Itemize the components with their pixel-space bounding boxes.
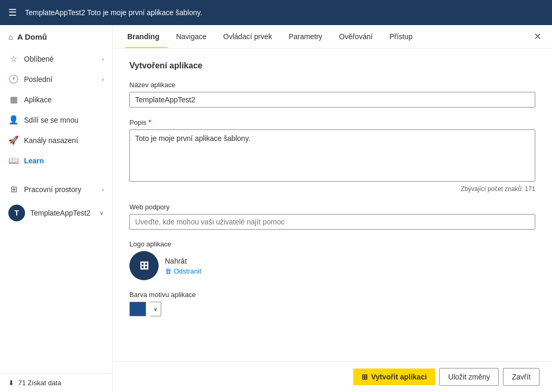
sidebar-recent-label: Poslední: [24, 75, 52, 84]
recent-icon: 🕐: [8, 74, 19, 84]
sidebar-app-item[interactable]: T TemplateAppTest2 ∨: [0, 199, 112, 227]
logo-preview: ⊞: [129, 251, 159, 280]
channels-icon: 🚀: [8, 135, 19, 145]
create-app-button[interactable]: ⊞ Vytvořit aplikaci: [353, 369, 435, 385]
sidebar-item-apps[interactable]: ▦ Aplikace: [0, 89, 112, 110]
create-icon: ⊞: [362, 373, 368, 381]
content-area: Branding Navigace Ovládací prvek Paramet…: [113, 25, 552, 392]
description-field-group: Popis * Toto je moje první aplikace šabl…: [129, 118, 535, 193]
color-label: Barva motivu aplikace: [129, 291, 535, 299]
sidebar-item-channels[interactable]: 🚀 Kanály nasazení: [0, 130, 112, 150]
home-icon: ⌂: [8, 32, 13, 41]
app-name-field-group: Název aplikace: [129, 81, 535, 108]
tab-branding[interactable]: Branding: [125, 25, 167, 48]
support-web-label: Web podpory: [129, 203, 535, 211]
app-avatar: T: [8, 205, 25, 221]
logo-upload-button[interactable]: Nahrát: [165, 257, 201, 265]
tab-controls[interactable]: Ovládací prvek: [223, 25, 280, 48]
sidebar-workspaces-label: Pracovní prostory: [24, 185, 81, 194]
top-bar: ☰ TemplateAppTest2 Toto je moje první ap…: [0, 0, 552, 25]
sidebar-channels-label: Kanály nasazení: [24, 136, 78, 145]
support-web-field-group: Web podpory: [129, 203, 535, 230]
color-picker-row: ∨: [129, 302, 535, 316]
dialog-footer: ⊞ Vytvořit aplikaci Uložit změny Zavřít: [113, 361, 552, 392]
dialog: Branding Navigace Ovládací prvek Paramet…: [113, 25, 552, 392]
logo-actions: Nahrát 🗑 Odstranit: [165, 257, 201, 275]
sidebar-apps-label: Aplikace: [24, 96, 52, 104]
chevron-recent-icon: ›: [102, 76, 104, 82]
chevron-app-icon: ∨: [100, 210, 104, 217]
tab-access[interactable]: Přístup: [389, 25, 421, 48]
close-button[interactable]: Zavřít: [503, 368, 539, 386]
section-title: Vytvoření aplikace: [129, 61, 535, 70]
sidebar-item-recent[interactable]: 🕐 Poslední ›: [0, 69, 112, 89]
sidebar-favorites-label: Oblíbené: [24, 55, 54, 63]
sidebar-home[interactable]: ⌂ A Domů: [0, 25, 112, 49]
tab-verification[interactable]: Ověřování: [339, 25, 381, 48]
sidebar-item-favorites[interactable]: ☆ Oblíbené ›: [0, 49, 112, 69]
app-name-label: Název aplikace: [129, 81, 535, 89]
color-swatch[interactable]: [129, 302, 146, 316]
hamburger-icon[interactable]: ☰: [8, 7, 17, 18]
sidebar-item-workspaces[interactable]: ⊞ Pracovní prostory ›: [0, 179, 112, 199]
sidebar-shared-label: Sdílí se se mnou: [24, 116, 78, 124]
top-bar-title: TemplateAppTest2 Toto je moje první apli…: [25, 8, 202, 17]
color-dropdown-button[interactable]: ∨: [150, 302, 161, 316]
tab-navigation[interactable]: Navigace: [176, 25, 214, 48]
sidebar-get-data-label: 71 Získat data: [18, 379, 61, 387]
app-item-name: TemplateAppTest2: [30, 209, 90, 217]
get-data-icon: ⬇: [8, 379, 14, 387]
app-name-input[interactable]: [129, 92, 535, 108]
apps-icon: ▦: [8, 94, 19, 104]
dialog-tabs: Branding Navigace Ovládací prvek Paramet…: [113, 25, 552, 49]
favorites-icon: ☆: [8, 54, 19, 64]
sidebar-item-shared[interactable]: 👤 Sdílí se se mnou: [0, 110, 112, 130]
shared-icon: 👤: [8, 115, 19, 125]
save-changes-button[interactable]: Uložit změny: [439, 368, 499, 386]
logo-remove-button[interactable]: 🗑 Odstranit: [165, 267, 201, 275]
sidebar-get-data[interactable]: ⬇ 71 Získat data: [0, 373, 112, 392]
description-textarea[interactable]: Toto je moje první aplikace šablony.: [129, 129, 535, 182]
logo-row: ⊞ Nahrát 🗑 Odstranit: [129, 251, 535, 280]
sidebar: ⌂ A Domů ☆ Oblíbené › 🕐 Poslední › ▦ Apl…: [0, 25, 113, 392]
chevron-workspaces-icon: ›: [102, 186, 104, 193]
dialog-body: Vytvoření aplikace Název aplikace Popis …: [113, 49, 552, 361]
logo-label: Logo aplikace: [129, 240, 535, 248]
app-initials: T: [15, 209, 19, 217]
workspaces-icon: ⊞: [8, 184, 19, 194]
char-count: Zbývající počet znaků: 171: [129, 185, 535, 193]
trash-icon: 🗑: [165, 267, 172, 275]
logo-section: Logo aplikace ⊞ Nahrát 🗑 Odstranit: [129, 240, 535, 280]
logo-icon: ⊞: [139, 259, 149, 272]
sidebar-item-learn[interactable]: 📖 Learn: [0, 150, 112, 171]
learn-icon: 📖: [8, 156, 19, 165]
color-field-group: Barva motivu aplikace ∨: [129, 291, 535, 316]
support-web-input[interactable]: [129, 214, 535, 230]
chevron-favorites-icon: ›: [102, 56, 104, 62]
close-icon[interactable]: ✕: [532, 29, 544, 44]
sidebar-home-label: A Domů: [17, 32, 47, 41]
tab-parameters[interactable]: Parametry: [289, 25, 331, 48]
required-marker: *: [149, 118, 151, 126]
description-label: Popis *: [129, 118, 535, 126]
sidebar-learn-label: Learn: [24, 157, 44, 165]
